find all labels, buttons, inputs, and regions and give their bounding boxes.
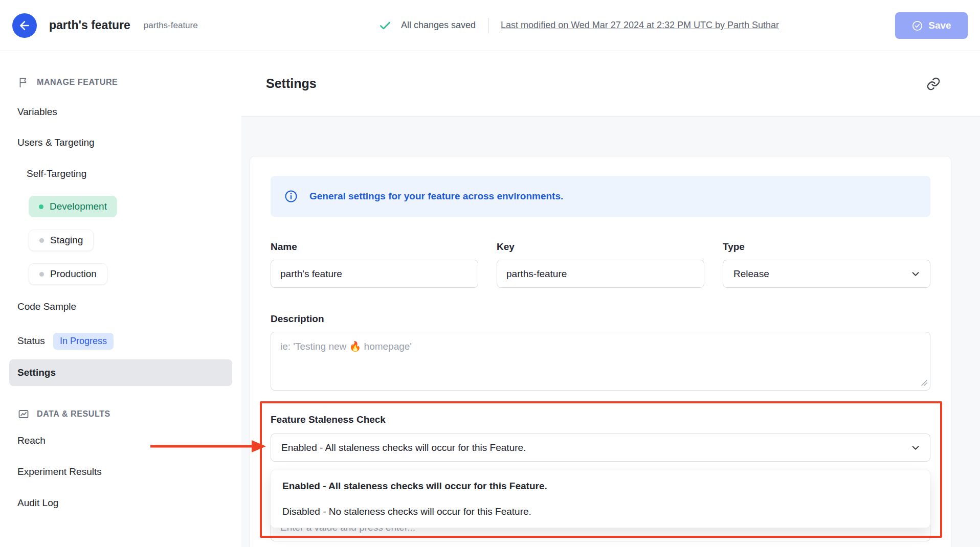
env-dot-icon — [39, 238, 44, 243]
staleness-label: Feature Staleness Check — [271, 413, 930, 426]
status-badge: In Progress — [53, 333, 114, 350]
save-button-label: Save — [928, 20, 951, 31]
feature-title: parth's feature — [49, 18, 130, 32]
sidebar: MANAGE FEATURE Variables Users & Targeti… — [0, 51, 241, 547]
flag-icon — [17, 76, 30, 88]
staleness-dropdown: Enabled - All staleness checks will occu… — [271, 470, 930, 528]
status-label: Status — [17, 335, 45, 347]
staleness-option-enabled[interactable]: Enabled - All staleness checks will occu… — [271, 473, 930, 499]
env-label: Development — [50, 201, 107, 212]
env-dot-icon — [39, 204, 43, 209]
staleness-option-disabled[interactable]: Disabled - No staleness checks will occu… — [271, 499, 930, 525]
back-button[interactable] — [12, 13, 37, 38]
sidebar-item-variables[interactable]: Variables — [0, 105, 241, 119]
sidebar-item-status[interactable]: Status In Progress — [0, 331, 241, 351]
top-bar: parth's feature parths-feature All chang… — [0, 0, 980, 51]
circle-check-icon — [911, 20, 923, 32]
info-banner-text: General settings for your feature across… — [309, 191, 563, 202]
settings-card: General settings for your feature across… — [250, 156, 951, 547]
env-dot-icon — [39, 272, 44, 277]
main-content: Settings General settings for your featu… — [241, 51, 980, 547]
last-modified-link[interactable]: Last modified on Wed Mar 27 2024 at 2:32… — [501, 20, 779, 31]
sidebar-env-staging[interactable]: Staging — [29, 230, 94, 251]
section-label: MANAGE FEATURE — [37, 78, 118, 87]
sidebar-env-development[interactable]: Development — [29, 196, 117, 217]
page-header: Settings — [241, 51, 980, 117]
description-block: Description — [271, 312, 930, 393]
env-label: Production — [50, 268, 97, 280]
info-icon — [284, 189, 298, 203]
type-select-value: Release — [733, 268, 769, 280]
page-title: Settings — [266, 76, 317, 91]
copy-link-button[interactable] — [926, 76, 941, 92]
save-button[interactable]: Save — [895, 12, 968, 39]
feature-key: parths-feature — [144, 20, 198, 31]
sidebar-item-audit-log[interactable]: Audit Log — [0, 496, 241, 510]
description-label: Description — [271, 312, 930, 326]
type-label: Type — [723, 240, 930, 254]
section-data-results: DATA & RESULTS — [0, 407, 241, 421]
link-icon — [926, 76, 941, 92]
sidebar-env-production[interactable]: Production — [29, 263, 107, 285]
chart-icon — [17, 408, 30, 420]
sidebar-item-reach[interactable]: Reach — [0, 434, 241, 447]
sidebar-item-settings[interactable]: Settings — [9, 359, 232, 386]
env-label: Staging — [50, 235, 83, 246]
sidebar-item-users-targeting[interactable]: Users & Targeting — [0, 136, 241, 149]
divider — [488, 18, 488, 33]
key-label: Key — [497, 240, 704, 254]
staleness-select[interactable]: Enabled - All staleness checks will occu… — [271, 434, 930, 462]
type-select[interactable]: Release — [723, 260, 930, 288]
sidebar-item-experiment-results[interactable]: Experiment Results — [0, 465, 241, 478]
section-manage-feature: MANAGE FEATURE — [0, 76, 241, 89]
description-textarea[interactable] — [271, 332, 930, 391]
name-input[interactable] — [271, 260, 478, 288]
info-banner: General settings for your feature across… — [271, 176, 930, 217]
sidebar-item-code-sample[interactable]: Code Sample — [0, 300, 241, 313]
name-key-type-row: Name Key Type Release — [271, 240, 930, 288]
section-label: DATA & RESULTS — [37, 409, 110, 419]
key-input[interactable] — [497, 260, 704, 288]
saved-status-text: All changes saved — [401, 20, 476, 31]
staleness-select-value: Enabled - All staleness checks will occu… — [281, 442, 526, 453]
check-icon — [378, 19, 392, 32]
arrow-left-icon — [18, 19, 31, 32]
name-label: Name — [271, 240, 478, 254]
staleness-section: Feature Staleness Check Enabled - All st… — [271, 413, 930, 462]
sidebar-item-self-targeting[interactable]: Self-Targeting — [0, 167, 241, 180]
save-status-cluster: All changes saved Last modified on Wed M… — [378, 0, 779, 51]
